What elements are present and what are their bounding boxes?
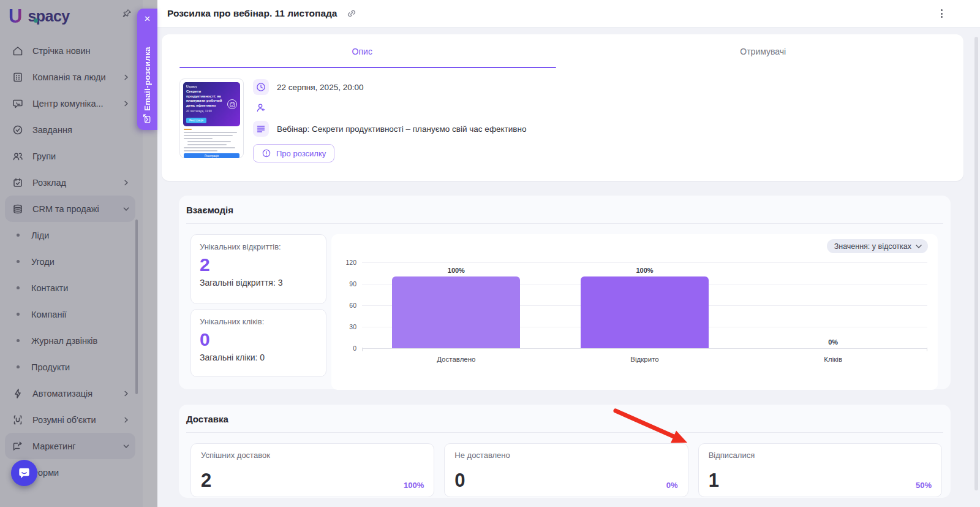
bar-value-label: 0% [828, 338, 838, 346]
tab-description[interactable]: Опис [162, 34, 563, 68]
campaign-meta: 22 серпня, 2025, 20:00 Вебінар: Секрети [253, 78, 526, 162]
email-preview-thumbnail[interactable]: Uspacy Секрети продуктивності: як планув… [179, 78, 244, 158]
chat-icon [17, 466, 31, 480]
chart-categories: ДоставленоВідкритоКліків [362, 356, 927, 363]
more-actions-button[interactable] [938, 7, 945, 20]
unsubscribed-percent: 50% [916, 481, 932, 490]
unsubscribed-label: Відписалися [709, 451, 932, 460]
interaction-section: Взаємодія Унікальних відкриттів: 2 Загал… [179, 196, 951, 389]
delivery-body: Успішних доставок 2 100% Не доставлено 0… [186, 433, 943, 497]
preview-brand-logo: Uspacy [186, 85, 237, 88]
unique-opens-card: Унікальних відкриттів: 2 Загальні відкри… [190, 234, 326, 304]
bar-value-label: 100% [636, 267, 653, 274]
campaign-summary-card: Опис Отримувачі Uspacy Секрети продуктив… [162, 34, 963, 181]
values-unit-label: Значення: у відсотках [834, 242, 911, 251]
y-axis-tick: 90 [349, 280, 356, 288]
tab-bar: Опис Отримувачі [162, 34, 963, 68]
preview-title: Секрети продуктивності: як планувати роб… [186, 90, 225, 108]
not-delivered-label: Не доставлено [454, 451, 677, 460]
y-axis-tick: 30 [349, 323, 356, 330]
subject-row: Вебінар: Секрети продуктивності – планує… [253, 121, 526, 137]
not-delivered-percent: 0% [666, 481, 678, 490]
chat-launcher-button[interactable] [11, 460, 37, 486]
campaign-panel: Розсилка про вебінар. 11 листопада Опис … [157, 0, 980, 507]
email-preview-hero: Uspacy Секрети продуктивності: як планув… [183, 82, 240, 126]
email-campaign-tab-handle[interactable]: × Email-розсилка [137, 9, 157, 130]
subject-lines-icon [253, 121, 269, 137]
preview-cta-button: Реєстрація [186, 118, 206, 123]
delivered-value: 2 [201, 471, 211, 490]
chart-plot: 0306090120100%100%0% [362, 262, 927, 348]
panel-body: Опис Отримувачі Uspacy Секрети продуктив… [162, 28, 963, 498]
delivery-section: Доставка Успішних доставок 2 100% Не дос… [179, 405, 951, 498]
y-axis-tick: 0 [353, 345, 356, 352]
email-send-icon [142, 113, 153, 124]
total-clicks: Загальні кліки: 0 [200, 353, 317, 362]
not-delivered-card: Не доставлено 0 0% [444, 443, 688, 497]
sent-datetime-row: 22 серпня, 2025, 20:00 [253, 79, 526, 95]
gridline [362, 348, 927, 349]
email-preview-body: Реєстрація [183, 126, 240, 158]
close-icon[interactable]: × [145, 13, 151, 24]
unique-opens-value: 2 [200, 256, 317, 274]
y-axis-tick: 60 [349, 302, 356, 309]
x-axis-label: Кліків [739, 356, 927, 363]
y-axis-tick: 120 [345, 259, 356, 266]
about-campaign-button[interactable]: Про розсилку [253, 144, 334, 162]
modal-dim-overlay[interactable] [0, 0, 157, 507]
delivered-label: Успішних доставок [201, 451, 424, 460]
unique-clicks-label: Унікальних кліків: [200, 317, 317, 326]
x-axis-label: Доставлено [362, 356, 551, 363]
chevron-down-icon [916, 245, 922, 248]
campaign-info: Uspacy Секрети продуктивності: як планув… [162, 68, 963, 162]
unique-opens-label: Унікальних відкриттів: [200, 242, 317, 251]
info-icon [262, 148, 271, 158]
unsubscribed-card: Відписалися 1 50% [698, 443, 942, 497]
delivered-card: Успішних доставок 2 100% [190, 443, 434, 497]
bar-slot: 100% [362, 262, 551, 348]
page-title: Розсилка про вебінар. 11 листопада [167, 8, 337, 19]
x-axis-label: Відкрито [551, 356, 739, 363]
interaction-stats: Унікальних відкриттів: 2 Загальні відкри… [190, 234, 326, 390]
delivery-title: Доставка [186, 405, 943, 432]
calendar-badge-icon [227, 99, 237, 109]
tab-recipients[interactable]: Отримувачі [563, 34, 964, 68]
not-delivered-value: 0 [454, 471, 465, 490]
bar-value-label: 100% [448, 267, 465, 274]
chart-bars: 100%100%0% [362, 262, 927, 348]
interaction-title: Взаємодія [186, 196, 943, 223]
interaction-chart-card: Значення: у відсотках 0306090120100%100%… [331, 234, 938, 390]
chart-bar[interactable] [581, 276, 709, 348]
recipients-row [253, 100, 526, 116]
interaction-body: Унікальних відкриттів: 2 Загальні відкри… [186, 224, 943, 390]
campaign-subject: Вебінар: Секрети продуктивності – планує… [277, 124, 526, 134]
clock-icon [253, 79, 269, 95]
sent-datetime: 22 серпня, 2025, 20:00 [277, 83, 363, 92]
panel-header: Розсилка про вебінар. 11 листопада [157, 0, 980, 28]
delivered-percent: 100% [404, 481, 424, 490]
preview-bottom-cta: Реєстрація [184, 153, 239, 158]
active-tab-indicator [179, 67, 556, 68]
panel-scrollbar[interactable] [974, 37, 978, 490]
unique-clicks-value: 0 [200, 330, 317, 349]
copy-link-icon[interactable] [346, 8, 357, 19]
chart-bar[interactable] [392, 276, 520, 348]
recipients-icon [253, 100, 269, 116]
bar-slot: 100% [551, 262, 739, 348]
bar-slot: 0% [739, 262, 927, 348]
values-unit-dropdown[interactable]: Значення: у відсотках [827, 239, 928, 253]
unsubscribed-value: 1 [709, 471, 719, 490]
about-campaign-label: Про розсилку [276, 149, 326, 158]
preview-date: 20 листопада, 11:00 [186, 110, 237, 113]
email-tab-label: Email-розсилка [143, 29, 152, 111]
total-opens: Загальні відкриття: 3 [200, 278, 317, 288]
app-root: U spacy Стрічка новинКомпанія та людиЦен… [0, 0, 980, 507]
unique-clicks-card: Унікальних кліків: 0 Загальні кліки: 0 [190, 309, 326, 377]
